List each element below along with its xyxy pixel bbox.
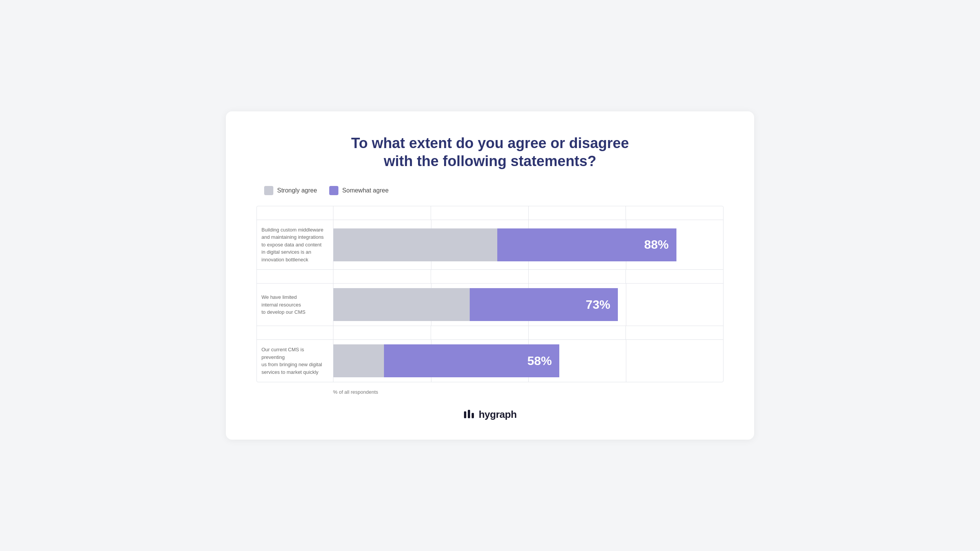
title-line1: To what extent do you agree or disagree xyxy=(351,135,629,151)
spacer-row-3 xyxy=(257,326,723,340)
chart-row-resources: We have limited internal resources to de… xyxy=(257,284,723,326)
bar-somewhat-cms: 58% xyxy=(384,344,559,377)
bar-somewhat-resources: 73% xyxy=(470,288,618,321)
chart-row-middleware: Building custom middleware and maintaini… xyxy=(257,220,723,270)
row-label-resources: We have limited internal resources to de… xyxy=(257,284,333,326)
legend-strongly-agree: Strongly agree xyxy=(264,186,317,195)
percent-cms: 58% xyxy=(527,354,552,368)
percent-resources: 73% xyxy=(586,298,610,312)
chart-rows-wrapper: Building custom middleware and maintaini… xyxy=(256,206,724,383)
strongly-agree-label: Strongly agree xyxy=(277,187,317,194)
label-cms-text: Our current CMS is preventing us from br… xyxy=(261,346,325,376)
label-middleware-text: Building custom middleware and maintaini… xyxy=(261,226,324,264)
legend-somewhat-agree: Somewhat agree xyxy=(329,186,389,195)
survey-card: To what extent do you agree or disagree … xyxy=(226,111,754,440)
chart-row-cms: Our current CMS is preventing us from br… xyxy=(257,340,723,382)
row-label-middleware: Building custom middleware and maintaini… xyxy=(257,220,333,270)
strongly-agree-swatch xyxy=(264,186,273,195)
bar-strong-cms xyxy=(333,344,384,377)
bar-strong-middleware xyxy=(333,228,497,261)
chart: Building custom middleware and maintaini… xyxy=(256,206,724,395)
bar-strong-resources xyxy=(333,288,470,321)
spacer-row-2 xyxy=(257,270,723,284)
somewhat-agree-swatch xyxy=(329,186,338,195)
percent-middleware: 88% xyxy=(644,238,669,252)
svg-rect-1 xyxy=(468,410,470,418)
svg-rect-0 xyxy=(464,411,466,418)
legend: Strongly agree Somewhat agree xyxy=(256,186,724,195)
footnote: % of all respondents xyxy=(256,389,724,395)
spacer-row xyxy=(257,206,723,220)
bar-somewhat-middleware: 88% xyxy=(497,228,676,261)
label-resources-text: We have limited internal resources to de… xyxy=(261,293,305,316)
hygraph-logo-icon xyxy=(463,409,475,421)
somewhat-agree-label: Somewhat agree xyxy=(342,187,389,194)
svg-rect-2 xyxy=(472,413,474,418)
row-label-cms: Our current CMS is preventing us from br… xyxy=(257,340,333,382)
logo-area: hygraph xyxy=(256,409,724,421)
title-line2: with the following statements? xyxy=(384,153,596,169)
chart-title: To what extent do you agree or disagree … xyxy=(256,134,724,171)
logo-text: hygraph xyxy=(479,409,516,421)
footnote-text: % of all respondents xyxy=(333,389,378,395)
